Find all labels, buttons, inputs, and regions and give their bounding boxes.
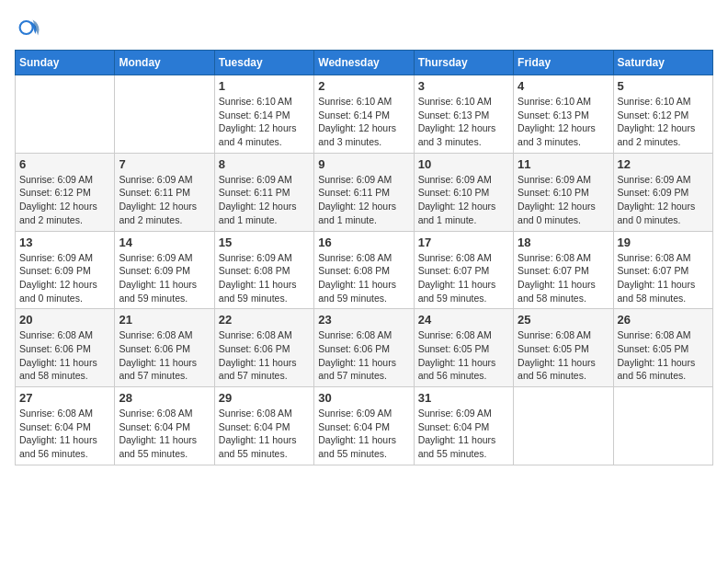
calendar-cell: 23Sunrise: 6:08 AM Sunset: 6:06 PM Dayli… [314, 309, 414, 387]
day-number: 25 [518, 313, 609, 327]
svg-point-0 [20, 21, 33, 34]
calendar-cell [514, 387, 613, 465]
cell-info: Sunrise: 6:10 AM Sunset: 6:13 PM Dayligh… [418, 95, 509, 149]
calendar-cell: 30Sunrise: 6:09 AM Sunset: 6:04 PM Dayli… [314, 387, 414, 465]
calendar-cell: 28Sunrise: 6:08 AM Sunset: 6:04 PM Dayli… [115, 387, 214, 465]
weekday-header-monday: Monday [115, 51, 214, 75]
calendar-cell: 21Sunrise: 6:08 AM Sunset: 6:06 PM Dayli… [115, 309, 214, 387]
day-number: 4 [518, 79, 609, 93]
cell-info: Sunrise: 6:08 AM Sunset: 6:04 PM Dayligh… [119, 407, 210, 461]
calendar-cell: 3Sunrise: 6:10 AM Sunset: 6:13 PM Daylig… [414, 75, 513, 154]
cell-info: Sunrise: 6:09 AM Sunset: 6:04 PM Dayligh… [318, 407, 409, 461]
day-number: 12 [618, 157, 709, 171]
day-number: 27 [19, 391, 110, 405]
calendar-week-3: 13Sunrise: 6:09 AM Sunset: 6:09 PM Dayli… [16, 231, 713, 309]
cell-info: Sunrise: 6:08 AM Sunset: 6:05 PM Dayligh… [518, 328, 609, 383]
cell-info: Sunrise: 6:10 AM Sunset: 6:14 PM Dayligh… [219, 95, 310, 149]
calendar-cell: 26Sunrise: 6:08 AM Sunset: 6:05 PM Dayli… [613, 309, 712, 387]
cell-info: Sunrise: 6:08 AM Sunset: 6:08 PM Dayligh… [318, 251, 409, 305]
cell-info: Sunrise: 6:08 AM Sunset: 6:06 PM Dayligh… [19, 328, 110, 383]
calendar-cell: 18Sunrise: 6:08 AM Sunset: 6:07 PM Dayli… [514, 231, 613, 309]
calendar-cell: 9Sunrise: 6:09 AM Sunset: 6:11 PM Daylig… [314, 153, 414, 231]
cell-info: Sunrise: 6:08 AM Sunset: 6:07 PM Dayligh… [418, 251, 509, 305]
calendar-cell: 24Sunrise: 6:08 AM Sunset: 6:05 PM Dayli… [414, 309, 513, 387]
day-number: 5 [618, 79, 709, 93]
cell-info: Sunrise: 6:08 AM Sunset: 6:06 PM Dayligh… [318, 328, 409, 383]
calendar-cell: 7Sunrise: 6:09 AM Sunset: 6:11 PM Daylig… [115, 153, 214, 231]
calendar-week-1: 1Sunrise: 6:10 AM Sunset: 6:14 PM Daylig… [16, 75, 713, 154]
cell-info: Sunrise: 6:08 AM Sunset: 6:07 PM Dayligh… [618, 251, 709, 305]
logo-icon [15, 15, 40, 40]
calendar-cell: 1Sunrise: 6:10 AM Sunset: 6:14 PM Daylig… [214, 75, 313, 154]
weekday-header-tuesday: Tuesday [214, 51, 313, 75]
cell-info: Sunrise: 6:09 AM Sunset: 6:09 PM Dayligh… [119, 251, 210, 305]
cell-info: Sunrise: 6:08 AM Sunset: 6:05 PM Dayligh… [418, 328, 509, 383]
day-number: 18 [518, 236, 609, 249]
cell-info: Sunrise: 6:09 AM Sunset: 6:09 PM Dayligh… [19, 251, 110, 305]
calendar-week-4: 20Sunrise: 6:08 AM Sunset: 6:06 PM Dayli… [16, 309, 713, 387]
calendar-cell: 5Sunrise: 6:10 AM Sunset: 6:12 PM Daylig… [613, 75, 712, 154]
calendar-cell: 20Sunrise: 6:08 AM Sunset: 6:06 PM Dayli… [16, 309, 115, 387]
weekday-header-friday: Friday [514, 51, 613, 75]
day-number: 19 [618, 236, 709, 249]
calendar-cell: 17Sunrise: 6:08 AM Sunset: 6:07 PM Dayli… [414, 231, 513, 309]
calendar-cell: 14Sunrise: 6:09 AM Sunset: 6:09 PM Dayli… [115, 231, 214, 309]
day-number: 1 [219, 79, 310, 93]
day-number: 10 [418, 157, 509, 171]
cell-info: Sunrise: 6:09 AM Sunset: 6:10 PM Dayligh… [418, 173, 509, 227]
cell-info: Sunrise: 6:09 AM Sunset: 6:08 PM Dayligh… [219, 251, 310, 305]
calendar-cell: 11Sunrise: 6:09 AM Sunset: 6:10 PM Dayli… [514, 153, 613, 231]
cell-info: Sunrise: 6:09 AM Sunset: 6:12 PM Dayligh… [19, 173, 110, 227]
cell-info: Sunrise: 6:09 AM Sunset: 6:09 PM Dayligh… [618, 173, 709, 227]
calendar-cell: 15Sunrise: 6:09 AM Sunset: 6:08 PM Dayli… [214, 231, 313, 309]
cell-info: Sunrise: 6:09 AM Sunset: 6:11 PM Dayligh… [318, 173, 409, 227]
cell-info: Sunrise: 6:09 AM Sunset: 6:04 PM Dayligh… [418, 407, 509, 461]
calendar-cell: 6Sunrise: 6:09 AM Sunset: 6:12 PM Daylig… [16, 153, 115, 231]
cell-info: Sunrise: 6:10 AM Sunset: 6:14 PM Dayligh… [318, 95, 409, 149]
cell-info: Sunrise: 6:08 AM Sunset: 6:07 PM Dayligh… [518, 251, 609, 305]
calendar-week-5: 27Sunrise: 6:08 AM Sunset: 6:04 PM Dayli… [16, 387, 713, 465]
day-number: 7 [119, 157, 210, 171]
cell-info: Sunrise: 6:08 AM Sunset: 6:04 PM Dayligh… [219, 407, 310, 461]
calendar-cell: 19Sunrise: 6:08 AM Sunset: 6:07 PM Dayli… [613, 231, 712, 309]
day-number: 21 [119, 313, 210, 327]
calendar-cell: 10Sunrise: 6:09 AM Sunset: 6:10 PM Dayli… [414, 153, 513, 231]
cell-info: Sunrise: 6:08 AM Sunset: 6:06 PM Dayligh… [119, 328, 210, 383]
calendar-table: SundayMondayTuesdayWednesdayThursdayFrid… [15, 50, 713, 465]
day-number: 26 [618, 313, 709, 327]
calendar-cell: 2Sunrise: 6:10 AM Sunset: 6:14 PM Daylig… [314, 75, 414, 154]
calendar-cell: 22Sunrise: 6:08 AM Sunset: 6:06 PM Dayli… [214, 309, 313, 387]
calendar-cell: 25Sunrise: 6:08 AM Sunset: 6:05 PM Dayli… [514, 309, 613, 387]
day-number: 29 [219, 391, 310, 405]
weekday-header-sunday: Sunday [16, 51, 115, 75]
day-number: 14 [119, 236, 210, 249]
weekday-header-saturday: Saturday [613, 51, 712, 75]
calendar-cell: 29Sunrise: 6:08 AM Sunset: 6:04 PM Dayli… [214, 387, 313, 465]
day-number: 6 [19, 157, 110, 171]
day-number: 17 [418, 236, 509, 249]
day-number: 2 [318, 79, 409, 93]
day-number: 22 [219, 313, 310, 327]
calendar-cell [115, 75, 214, 154]
calendar-cell: 16Sunrise: 6:08 AM Sunset: 6:08 PM Dayli… [314, 231, 414, 309]
calendar-cell: 8Sunrise: 6:09 AM Sunset: 6:11 PM Daylig… [214, 153, 313, 231]
cell-info: Sunrise: 6:10 AM Sunset: 6:12 PM Dayligh… [618, 95, 709, 149]
cell-info: Sunrise: 6:10 AM Sunset: 6:13 PM Dayligh… [518, 95, 609, 149]
cell-info: Sunrise: 6:09 AM Sunset: 6:11 PM Dayligh… [119, 173, 210, 227]
cell-info: Sunrise: 6:08 AM Sunset: 6:05 PM Dayligh… [618, 328, 709, 383]
calendar-cell [613, 387, 712, 465]
day-number: 28 [119, 391, 210, 405]
day-number: 23 [318, 313, 409, 327]
cell-info: Sunrise: 6:08 AM Sunset: 6:06 PM Dayligh… [219, 328, 310, 383]
cell-info: Sunrise: 6:09 AM Sunset: 6:10 PM Dayligh… [518, 173, 609, 227]
day-number: 16 [318, 236, 409, 249]
day-number: 24 [418, 313, 509, 327]
calendar-cell: 4Sunrise: 6:10 AM Sunset: 6:13 PM Daylig… [514, 75, 613, 154]
calendar-cell: 13Sunrise: 6:09 AM Sunset: 6:09 PM Dayli… [16, 231, 115, 309]
day-number: 20 [19, 313, 110, 327]
day-number: 9 [318, 157, 409, 171]
calendar-cell: 31Sunrise: 6:09 AM Sunset: 6:04 PM Dayli… [414, 387, 513, 465]
day-number: 8 [219, 157, 310, 171]
day-number: 11 [518, 157, 609, 171]
calendar-week-2: 6Sunrise: 6:09 AM Sunset: 6:12 PM Daylig… [16, 153, 713, 231]
